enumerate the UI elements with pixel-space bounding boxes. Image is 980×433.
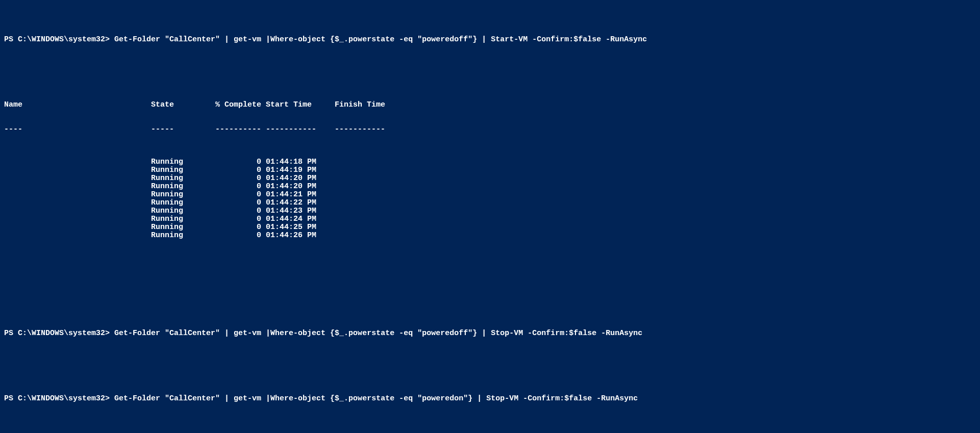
prompt-prefix: PS C:\WINDOWS\system32>	[4, 329, 114, 338]
prompt-prefix: PS C:\WINDOWS\system32>	[4, 394, 114, 403]
command-text-3: Get-Folder "CallCenter" | get-vm |Where-…	[114, 394, 638, 403]
table1-divider: ---- ----- ---------- ----------- ------…	[4, 125, 976, 134]
table1-row: Running 0 01:44:22 PM	[4, 199, 976, 207]
table1-row: Running 0 01:44:19 PM	[4, 166, 976, 174]
blank-line	[4, 289, 976, 297]
table1-row: Running 0 01:44:23 PM	[4, 207, 976, 215]
prompt-line-1: PS C:\WINDOWS\system32> Get-Folder "Call…	[4, 36, 976, 44]
table1-row: Running 0 01:44:24 PM	[4, 215, 976, 223]
table1-row: Running 0 01:44:18 PM	[4, 158, 976, 166]
blank-line	[4, 419, 976, 427]
command-text-1: Get-Folder "CallCenter" | get-vm |Where-…	[114, 35, 647, 44]
prompt-line-2: PS C:\WINDOWS\system32> Get-Folder "Call…	[4, 329, 976, 338]
table1-row: Running 0 01:44:20 PM	[4, 183, 976, 191]
table1-rows: Running 0 01:44:18 PM Running 0 01:44:19…	[4, 158, 976, 240]
table1-row: Running 0 01:44:21 PM	[4, 191, 976, 199]
powershell-terminal[interactable]: PS C:\WINDOWS\system32> Get-Folder "Call…	[0, 0, 980, 433]
table1-header: Name State % Complete Start Time Finish …	[4, 101, 976, 109]
table1-row: Running 0 01:44:25 PM	[4, 223, 976, 232]
prompt-line-3: PS C:\WINDOWS\system32> Get-Folder "Call…	[4, 395, 976, 403]
table1-row: Running 0 01:44:20 PM	[4, 174, 976, 183]
prompt-prefix: PS C:\WINDOWS\system32>	[4, 35, 114, 44]
blank-line	[4, 60, 976, 68]
blank-line	[4, 264, 976, 272]
table1-row: Running 0 01:44:26 PM	[4, 232, 976, 240]
command-text-2: Get-Folder "CallCenter" | get-vm |Where-…	[114, 329, 642, 338]
blank-line	[4, 354, 976, 362]
